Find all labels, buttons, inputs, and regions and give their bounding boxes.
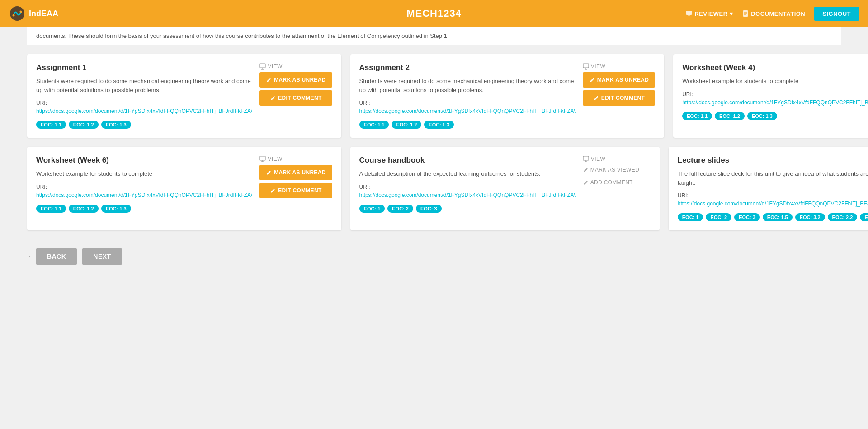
info-bar: documents. These should form the basis o… (27, 27, 841, 45)
eoc-tag: EOC: 1.2 (715, 112, 745, 120)
pencil-icon (270, 188, 275, 193)
bottom-navigation: · BACK NEXT (27, 239, 841, 274)
card-worksheet6-main: Worksheet (Week 6) Worksheet example for… (36, 156, 252, 213)
edit-comment-button-assignment2[interactable]: EDIT COMMENT (583, 90, 655, 106)
eoc-tag: EOC: 1.5 (763, 213, 793, 221)
card-worksheet6: Worksheet (Week 6) Worksheet example for… (27, 147, 341, 230)
card-coursehandbook-desc: A detailed description of the expected l… (359, 169, 576, 178)
pencil-icon (593, 95, 599, 101)
edit-comment-button-assignment1[interactable]: EDIT COMMENT (259, 90, 332, 106)
card-assignment2-desc: Students were required to do some mechan… (359, 77, 576, 94)
card-worksheet4-main: Worksheet (Week 4) Worksheet example for… (682, 63, 868, 120)
view-button-coursehandbook[interactable]: VIEW (583, 156, 651, 162)
card-worksheet6-title: Worksheet (Week 6) (36, 156, 252, 165)
documentation-button[interactable]: DOCUMENTATION (742, 10, 805, 17)
svg-rect-12 (583, 64, 589, 68)
app-header: IndEAA MECH1234 REVIEWER ▾ DOCUMENTATION… (0, 0, 868, 27)
card-assignment2-main: Assignment 2 Students were required to d… (359, 63, 576, 129)
card-assignment2-link[interactable]: https://docs.google.com/document/d/1FYgS… (359, 108, 576, 114)
card-assignment1-actions: VIEW MARK AS UNREAD EDIT COMMENT (259, 63, 332, 129)
mark-unread-button-worksheet6[interactable]: MARK AS UNREAD (259, 165, 332, 180)
monitor-icon (259, 63, 266, 70)
card-lectureslides-title: Lecture slides (678, 156, 868, 165)
monitor-icon (583, 156, 589, 162)
card-assignment2-uri: URI: https://docs.google.com/document/d/… (359, 99, 576, 115)
card-lectureslides-uri: URI: https://docs.google.com/document/d/… (678, 191, 868, 208)
view-button-assignment2[interactable]: VIEW (583, 63, 655, 70)
eoc-tag: EOC: 1.2 (69, 121, 99, 129)
eoc-tag: EOC: 2 (706, 213, 731, 221)
eoc-tag: EOC: 3.2 (795, 213, 825, 221)
eoc-tag: EOC: 1.2 (69, 205, 99, 213)
eoc-tag: EOC: 1.1 (36, 205, 66, 213)
eoc-tag: EOC: 3.4 (860, 213, 868, 221)
pencil-icon (266, 77, 271, 83)
card-assignment1-tags: EOC: 1.1 EOC: 1.2 EOC: 1.3 (36, 121, 252, 129)
eoc-tag: EOC: 1.3 (747, 112, 777, 120)
edit-comment-button-worksheet6[interactable]: EDIT COMMENT (259, 183, 332, 198)
eoc-tag: EOC: 1 (678, 213, 703, 221)
pencil-icon (270, 95, 275, 101)
card-worksheet4: Worksheet (Week 4) Worksheet example for… (673, 54, 868, 138)
card-worksheet6-tags: EOC: 1.1 EOC: 1.2 EOC: 1.3 (36, 205, 252, 213)
svg-rect-9 (260, 64, 265, 68)
mark-viewed-button-coursehandbook[interactable]: MARK AS VIEWED (583, 165, 651, 175)
card-lectureslides-main: Lecture slides The full lecture slide de… (678, 156, 868, 221)
card-worksheet4-tags: EOC: 1.1 EOC: 1.2 EOC: 1.3 (682, 112, 868, 120)
mark-unread-button-assignment2[interactable]: MARK AS UNREAD (583, 72, 655, 88)
view-button-assignment1[interactable]: VIEW (259, 63, 332, 70)
eoc-tag: EOC: 3 (734, 213, 760, 221)
eoc-tag: EOC: 1 (359, 205, 385, 213)
card-assignment2: Assignment 2 Students were required to d… (350, 54, 665, 138)
svg-rect-3 (686, 11, 692, 15)
back-button[interactable]: BACK (36, 248, 77, 265)
svg-rect-18 (260, 156, 265, 160)
mark-unread-button-assignment1[interactable]: MARK AS UNREAD (259, 72, 332, 88)
eoc-tag: EOC: 1.2 (392, 121, 421, 129)
cards-row-1: Assignment 1 Students were required to d… (27, 54, 841, 138)
card-lectureslides-tags: EOC: 1 EOC: 2 EOC: 3 EOC: 1.5 EOC: 3.2 E… (678, 213, 868, 221)
card-assignment1-desc: Students were required to do some mechan… (36, 77, 252, 94)
monitor-icon (583, 63, 589, 70)
eoc-tag: EOC: 1.3 (101, 121, 131, 129)
reviewer-button[interactable]: REVIEWER ▾ (685, 10, 733, 17)
card-coursehandbook-title: Course handbook (359, 156, 576, 165)
card-worksheet6-link[interactable]: https://docs.google.com/document/d/1FYgS… (36, 192, 252, 198)
documentation-icon (742, 10, 749, 17)
card-lectureslides-desc: The full lecture slide deck for this uni… (678, 169, 868, 187)
eoc-tag: EOC: 2 (387, 205, 413, 213)
card-coursehandbook-main: Course handbook A detailed description o… (359, 156, 576, 213)
svg-point-1 (13, 14, 15, 17)
card-coursehandbook-tags: EOC: 1 EOC: 2 EOC: 3 (359, 205, 576, 213)
add-comment-button-coursehandbook[interactable]: ADD COMMENT (583, 177, 651, 187)
next-button[interactable]: NEXT (82, 248, 122, 265)
eoc-tag: EOC: 3 (416, 205, 442, 213)
eoc-tag: EOC: 1.1 (359, 121, 389, 129)
card-worksheet4-link[interactable]: https://docs.google.com/document/d/1FYgS… (682, 99, 868, 106)
eoc-tag: EOC: 1.3 (424, 121, 454, 129)
eoc-tag: EOC: 1.1 (682, 112, 712, 120)
card-lectureslides: Lecture slides The full lecture slide de… (669, 147, 868, 230)
card-lectureslides-link[interactable]: https://docs.google.com/document/d/1FYgS… (678, 201, 868, 207)
card-assignment1-link[interactable]: https://docs.google.com/document/d/1FYgS… (36, 108, 252, 114)
signout-button[interactable]: SIGNOUT (814, 7, 859, 21)
card-worksheet6-actions: VIEW MARK AS UNREAD EDIT COMMENT (259, 156, 332, 213)
pencil-icon (589, 77, 594, 83)
card-worksheet4-uri: URI: https://docs.google.com/document/d/… (682, 90, 868, 107)
svg-rect-21 (583, 156, 589, 160)
header-actions: REVIEWER ▾ DOCUMENTATION SIGNOUT (685, 7, 859, 21)
monitor-icon (259, 156, 266, 162)
card-assignment2-tags: EOC: 1.1 EOC: 1.2 EOC: 1.3 (359, 121, 576, 129)
view-button-worksheet6[interactable]: VIEW (259, 156, 332, 162)
card-assignment1: Assignment 1 Students were required to d… (27, 54, 341, 138)
card-worksheet6-desc: Worksheet example for students to comple… (36, 169, 252, 178)
card-coursehandbook-link[interactable]: https://docs.google.com/document/d/1FYgS… (359, 192, 576, 198)
card-worksheet4-title: Worksheet (Week 4) (682, 63, 868, 72)
svg-point-2 (20, 11, 22, 13)
main-content: documents. These should form the basis o… (0, 27, 868, 429)
pencil-icon (266, 170, 271, 175)
card-worksheet4-desc: Worksheet example for students to comple… (682, 77, 868, 86)
logo-icon (9, 5, 25, 22)
pencil-icon-gray (583, 167, 588, 173)
card-assignment1-title: Assignment 1 (36, 63, 252, 72)
